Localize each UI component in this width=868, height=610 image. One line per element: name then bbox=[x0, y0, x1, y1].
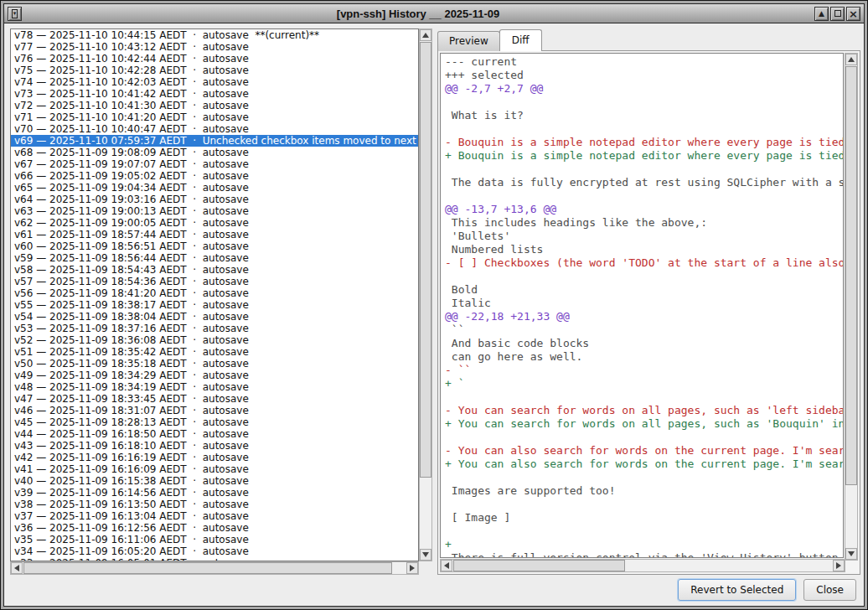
version-list-item[interactable]: v47 — 2025-11-09 18:33:45 AEDT · autosav… bbox=[11, 393, 418, 405]
version-list-item[interactable]: v62 — 2025-11-09 19:00:05 AEDT · autosav… bbox=[11, 217, 418, 229]
diff-line: `` bbox=[445, 323, 843, 337]
version-list-item[interactable]: v58 — 2025-11-09 18:54:43 AEDT · autosav… bbox=[11, 264, 418, 276]
version-list-item[interactable]: v76 — 2025-11-10 10:42:44 AEDT · autosav… bbox=[11, 53, 418, 65]
diff-line: @@ -2,7 +2,7 @@ bbox=[445, 82, 843, 96]
tab-diff[interactable]: Diff bbox=[499, 29, 542, 51]
list-scroll-down-button[interactable] bbox=[420, 549, 431, 561]
version-list-item[interactable]: v46 — 2025-11-09 18:31:07 AEDT · autosav… bbox=[11, 405, 418, 416]
list-hscrollbar[interactable] bbox=[10, 561, 419, 575]
version-list-item[interactable]: v51 — 2025-11-09 18:35:42 AEDT · autosav… bbox=[11, 346, 418, 358]
diff-line: + You can search for words on all pages,… bbox=[445, 417, 843, 431]
version-list-item[interactable]: v34 — 2025-11-09 16:05:20 AEDT · autosav… bbox=[11, 545, 418, 557]
version-list-item[interactable]: v45 — 2025-11-09 18:28:13 AEDT · autosav… bbox=[11, 416, 418, 428]
diff-line: @@ -22,18 +21,33 @@ bbox=[445, 310, 843, 323]
shade-icon: ▲ bbox=[819, 10, 824, 18]
arrow-right-icon bbox=[836, 562, 841, 569]
version-list-item[interactable]: v48 — 2025-11-09 18:34:19 AEDT · autosav… bbox=[11, 381, 418, 393]
version-list-item[interactable]: v40 — 2025-11-09 16:15:38 AEDT · autosav… bbox=[11, 475, 418, 487]
version-list-item[interactable]: v70 — 2025-11-10 10:40:47 AEDT · autosav… bbox=[11, 123, 418, 135]
titlebar-close-icon: × bbox=[849, 8, 858, 19]
version-list-item[interactable]: v44 — 2025-11-09 16:18:50 AEDT · autosav… bbox=[11, 428, 418, 440]
diff-scroll-down-button[interactable] bbox=[845, 548, 857, 560]
version-list-item[interactable]: v55 — 2025-11-09 18:38:17 AEDT · autosav… bbox=[11, 299, 418, 311]
maximize-button[interactable] bbox=[830, 7, 845, 21]
version-list-item[interactable]: v65 — 2025-11-09 19:04:34 AEDT · autosav… bbox=[11, 182, 418, 194]
dialog-body: v78 — 2025-11-10 10:44:15 AEDT · autosav… bbox=[4, 23, 864, 606]
version-list[interactable]: v78 — 2025-11-10 10:44:15 AEDT · autosav… bbox=[10, 28, 419, 561]
tabstrip: Preview Diff bbox=[437, 28, 541, 50]
diff-line: Images are supported too! bbox=[445, 484, 843, 498]
diff-line: There is full version control via the 'V… bbox=[445, 551, 843, 558]
version-list-item[interactable]: v71 — 2025-11-10 10:41:20 AEDT · autosav… bbox=[11, 111, 418, 123]
list-vscrollbar[interactable] bbox=[419, 28, 432, 561]
revert-to-selected-button[interactable]: Revert to Selected bbox=[678, 579, 796, 601]
version-list-item[interactable]: v53 — 2025-11-09 18:37:16 AEDT · autosav… bbox=[11, 323, 418, 334]
version-list-item[interactable]: v74 — 2025-11-10 10:42:03 AEDT · autosav… bbox=[11, 76, 418, 88]
diff-line: [ Image ] bbox=[445, 511, 843, 525]
tab-preview[interactable]: Preview bbox=[437, 31, 500, 51]
diff-hscrollbar-thumb[interactable] bbox=[453, 560, 625, 571]
window-menu-button[interactable]: ▾ bbox=[8, 7, 22, 21]
arrow-down-icon bbox=[848, 551, 855, 556]
diff-line bbox=[445, 498, 843, 511]
titlebar[interactable]: ▾ [vpn-ssh] History __ 2025-11-09 ▲ × bbox=[4, 4, 864, 23]
diff-vscrollbar-thumb[interactable] bbox=[845, 66, 857, 485]
version-list-item[interactable]: v72 — 2025-11-10 10:41:30 AEDT · autosav… bbox=[11, 100, 418, 111]
version-list-item[interactable]: v37 — 2025-11-09 16:13:04 AEDT · autosav… bbox=[11, 510, 418, 522]
diff-line: - Bouquin is a simple notepad editor whe… bbox=[445, 136, 843, 149]
version-list-item[interactable]: v36 — 2025-11-09 16:12:56 AEDT · autosav… bbox=[11, 522, 418, 534]
version-list-item[interactable]: v41 — 2025-11-09 16:16:09 AEDT · autosav… bbox=[11, 463, 418, 475]
version-list-item[interactable]: v60 — 2025-11-09 18:56:51 AEDT · autosav… bbox=[11, 240, 418, 252]
diff-pane: --- current+++ selected@@ -2,7 +2,7 @@ W… bbox=[437, 50, 860, 575]
diff-scroll-right-button[interactable] bbox=[833, 560, 845, 571]
history-window: ▾ [vpn-ssh] History __ 2025-11-09 ▲ × v7… bbox=[0, 0, 868, 610]
version-list-item[interactable]: v50 — 2025-11-09 18:35:18 AEDT · autosav… bbox=[11, 358, 418, 370]
diff-line: - You can search for words on all pages,… bbox=[445, 404, 843, 417]
version-list-item[interactable]: v61 — 2025-11-09 18:57:44 AEDT · autosav… bbox=[11, 229, 418, 240]
version-list-item[interactable]: v57 — 2025-11-09 18:54:36 AEDT · autosav… bbox=[11, 276, 418, 287]
arrow-right-icon bbox=[410, 565, 415, 571]
list-hscrollbar-thumb[interactable] bbox=[23, 562, 392, 574]
diff-line bbox=[445, 471, 843, 484]
diff-line bbox=[445, 96, 843, 109]
version-list-item[interactable]: v75 — 2025-11-10 10:42:28 AEDT · autosav… bbox=[11, 65, 418, 76]
version-list-item[interactable]: v43 — 2025-11-09 16:18:10 AEDT · autosav… bbox=[11, 440, 418, 452]
arrow-left-icon bbox=[444, 562, 449, 569]
diff-line: can go here as well. bbox=[445, 350, 843, 364]
diff-vscrollbar[interactable] bbox=[845, 53, 858, 561]
diff-line: + Bouquin is a simple notepad editor whe… bbox=[445, 149, 843, 163]
version-list-item[interactable]: v39 — 2025-11-09 16:14:56 AEDT · autosav… bbox=[11, 487, 418, 499]
version-list-item[interactable]: v77 — 2025-11-10 10:43:12 AEDT · autosav… bbox=[11, 41, 418, 53]
version-list-item[interactable]: v38 — 2025-11-09 16:13:50 AEDT · autosav… bbox=[11, 499, 418, 510]
list-vscrollbar-thumb[interactable] bbox=[420, 42, 431, 478]
version-list-item[interactable]: v73 — 2025-11-10 10:41:42 AEDT · autosav… bbox=[11, 88, 418, 100]
version-list-item[interactable]: v56 — 2025-11-09 18:41:20 AEDT · autosav… bbox=[11, 287, 418, 299]
list-scroll-right-button[interactable] bbox=[406, 562, 418, 574]
diff-line: + bbox=[445, 538, 843, 551]
diff-scroll-left-button[interactable] bbox=[441, 560, 452, 571]
list-scroll-left-button[interactable] bbox=[11, 562, 23, 574]
version-list-item[interactable]: v66 — 2025-11-09 19:05:02 AEDT · autosav… bbox=[11, 170, 418, 182]
shade-button[interactable]: ▲ bbox=[814, 7, 829, 21]
version-list-item[interactable]: v52 — 2025-11-09 18:36:08 AEDT · autosav… bbox=[11, 334, 418, 346]
diff-hscrollbar[interactable] bbox=[440, 559, 845, 572]
version-list-item[interactable]: v67 — 2025-11-09 19:07:07 AEDT · autosav… bbox=[11, 158, 418, 170]
version-list-item[interactable]: v68 — 2025-11-09 19:08:09 AEDT · autosav… bbox=[11, 147, 418, 158]
version-list-item[interactable]: v63 — 2025-11-09 19:00:13 AEDT · autosav… bbox=[11, 205, 418, 217]
diff-line bbox=[445, 270, 843, 283]
list-scroll-up-button[interactable] bbox=[420, 29, 431, 41]
diff-line: +++ selected bbox=[445, 69, 843, 82]
diff-text[interactable]: --- current+++ selected@@ -2,7 +2,7 @@ W… bbox=[440, 53, 844, 558]
diff-scroll-up-button[interactable] bbox=[845, 54, 857, 65]
titlebar-close-button[interactable]: × bbox=[846, 7, 860, 21]
version-list-item[interactable]: v78 — 2025-11-10 10:44:15 AEDT · autosav… bbox=[11, 29, 418, 41]
version-list-item[interactable]: v42 — 2025-11-09 16:16:19 AEDT · autosav… bbox=[11, 452, 418, 463]
version-list-item[interactable]: v35 — 2025-11-09 16:11:06 AEDT · autosav… bbox=[11, 534, 418, 545]
diff-line: Bold bbox=[445, 283, 843, 297]
version-list-item[interactable]: v49 — 2025-11-09 18:34:29 AEDT · autosav… bbox=[11, 370, 418, 381]
version-list-item[interactable]: v59 — 2025-11-09 18:56:44 AEDT · autosav… bbox=[11, 252, 418, 264]
version-list-item[interactable]: v54 — 2025-11-09 18:38:04 AEDT · autosav… bbox=[11, 311, 418, 323]
version-list-item[interactable]: v64 — 2025-11-09 19:03:16 AEDT · autosav… bbox=[11, 194, 418, 205]
version-list-item[interactable]: v69 — 2025-11-10 07:59:37 AEDT · Uncheck… bbox=[11, 135, 418, 147]
close-button[interactable]: Close bbox=[803, 579, 856, 601]
